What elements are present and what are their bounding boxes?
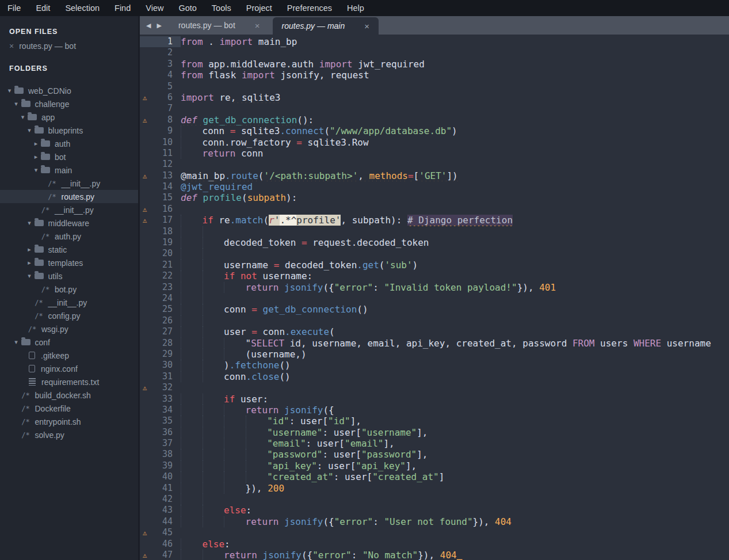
tree-item--gitkeep[interactable]: .gitkeep [0, 349, 138, 362]
menu-item-selection[interactable]: Selection [58, 0, 107, 16]
close-icon[interactable]: × [255, 21, 260, 31]
tree-item-routes-py[interactable]: /*routes.py [0, 190, 138, 203]
line-number[interactable]: 26 [140, 315, 181, 326]
chevron-down-icon[interactable]: ▾ [13, 338, 20, 346]
code-line[interactable]: 33if user: [140, 394, 729, 405]
code-line[interactable]: 9conn = sqlite3.connect("/www/app/databa… [140, 125, 729, 136]
line-number[interactable]: 5 [140, 81, 181, 92]
code-line[interactable]: ⚠8def get_db_connection(): [140, 115, 729, 125]
tab-nav-back-button[interactable]: ◀ [144, 22, 152, 29]
line-number[interactable]: 33 [140, 394, 181, 405]
line-number[interactable]: 31 [140, 371, 181, 382]
menu-item-view[interactable]: View [138, 0, 171, 16]
code-line[interactable]: 40"created_at": user["created_at"] [140, 471, 729, 482]
code-line[interactable]: 24 [140, 293, 729, 304]
tree-item-dockerfile[interactable]: /*Dockerfile [0, 402, 138, 415]
tab-routes-py-bot[interactable]: routes.py — bot× [169, 16, 269, 35]
code-line[interactable]: 29(username,) [140, 349, 729, 360]
tree-item-main[interactable]: ▾main [0, 163, 138, 177]
tree-item-bot[interactable]: ▸bot [0, 150, 138, 163]
tree-item-web-cdnio[interactable]: ▾web_CDNio [0, 84, 138, 97]
menu-item-file[interactable]: File [0, 0, 28, 16]
chevron-right-icon[interactable]: ▸ [32, 153, 40, 161]
code-line[interactable]: 12 [140, 159, 729, 170]
tree-item-bot-py[interactable]: /*bot.py [0, 283, 138, 296]
line-number[interactable]: 20 [140, 248, 181, 259]
line-number[interactable]: 30 [140, 360, 181, 371]
menu-item-preferences[interactable]: Preferences [280, 0, 339, 16]
menu-item-find[interactable]: Find [107, 0, 138, 16]
line-number[interactable]: ⚠13 [140, 170, 181, 181]
tree-item-conf[interactable]: ▾conf [0, 336, 138, 349]
code-line[interactable]: ⚠6import re, sqlite3 [140, 92, 729, 103]
code-line[interactable]: 41}), 200 [140, 483, 729, 494]
line-number[interactable]: 27 [140, 326, 181, 337]
code-line[interactable]: 3from app.middleware.auth import jwt_req… [140, 59, 729, 70]
tree-item-nginx-conf[interactable]: nginx.conf [0, 362, 138, 375]
line-number[interactable]: ⚠47 [140, 550, 181, 560]
tree-item-config-py[interactable]: /*config.py [0, 309, 138, 322]
line-number[interactable]: 43 [140, 505, 181, 516]
code-line[interactable]: 25conn = get_db_connection() [140, 304, 729, 315]
line-number[interactable]: ⚠16 [140, 204, 181, 215]
code-line[interactable]: 26 [140, 315, 729, 326]
code-line[interactable]: 42 [140, 494, 729, 505]
code-line[interactable]: 14@jwt_required [140, 181, 729, 192]
chevron-down-icon[interactable]: ▾ [19, 113, 26, 121]
line-number[interactable]: 7 [140, 103, 181, 114]
line-number[interactable]: 22 [140, 271, 181, 281]
line-number[interactable]: 39 [140, 460, 181, 471]
code-line[interactable]: 22if not username: [140, 271, 729, 281]
code-line[interactable]: 20 [140, 248, 729, 259]
line-number[interactable]: 4 [140, 70, 181, 81]
line-number[interactable]: 36 [140, 427, 181, 438]
menu-item-edit[interactable]: Edit [28, 0, 58, 16]
tree-item-build-docker-sh[interactable]: /*build_docker.sh [0, 388, 138, 402]
line-number[interactable]: 28 [140, 338, 181, 349]
code-line[interactable]: 2 [140, 47, 729, 58]
chevron-right-icon[interactable]: ▸ [26, 259, 33, 266]
code-line[interactable]: 4from flask import jsonify, request [140, 70, 729, 81]
line-number[interactable]: 46 [140, 539, 181, 550]
tree-item-middleware[interactable]: ▾middleware [0, 216, 138, 230]
line-number[interactable]: 38 [140, 449, 181, 460]
tree-item--init-py[interactable]: /*__init__.py [0, 296, 138, 309]
tree-item--init-py[interactable]: /*__init__.py [0, 177, 138, 190]
chevron-down-icon[interactable]: ▾ [13, 100, 20, 108]
line-number[interactable]: 34 [140, 405, 181, 416]
code-line[interactable]: ⚠47return jsonify({"error": "No match"})… [140, 550, 729, 560]
close-icon[interactable]: × [364, 21, 369, 31]
code-line[interactable]: ⚠17if re.match(r'.*^profile', subpath): … [140, 215, 729, 226]
tree-item-requirements-txt[interactable]: requirements.txt [0, 375, 138, 388]
code-line[interactable]: ⚠32 [140, 382, 729, 393]
tab-routes-py-main[interactable]: routes.py — main× [273, 17, 379, 35]
tree-item-blueprints[interactable]: ▾blueprints [0, 124, 138, 137]
code-line[interactable]: 18 [140, 226, 729, 237]
tree-item-auth[interactable]: ▸auth [0, 137, 138, 150]
line-number[interactable]: ⚠8 [140, 115, 181, 125]
menu-item-help[interactable]: Help [339, 0, 372, 16]
line-number[interactable]: 10 [140, 137, 181, 148]
line-number[interactable]: 23 [140, 282, 181, 293]
line-number[interactable]: 12 [140, 159, 181, 170]
chevron-down-icon[interactable]: ▾ [32, 166, 40, 174]
line-number[interactable]: 37 [140, 438, 181, 449]
code-line[interactable]: 44return jsonify({"error": "User not fou… [140, 516, 729, 527]
code-line[interactable]: 11return conn [140, 148, 729, 159]
chevron-down-icon[interactable]: ▾ [26, 127, 33, 134]
line-number[interactable]: ⚠32 [140, 382, 181, 393]
line-number[interactable]: 41 [140, 483, 181, 494]
line-number[interactable]: 25 [140, 304, 181, 315]
line-number[interactable]: 3 [140, 59, 181, 70]
code-line[interactable]: 19decoded_token = request.decoded_token [140, 237, 729, 248]
tree-item-static[interactable]: ▸static [0, 243, 138, 256]
code-line[interactable]: ⚠45 [140, 527, 729, 538]
code-line[interactable]: 31conn.close() [140, 371, 729, 382]
code-line[interactable]: 38"password": user["password"], [140, 449, 729, 460]
code-line[interactable]: 36"username": user["username"], [140, 427, 729, 438]
line-number[interactable]: 2 [140, 47, 181, 58]
code-line[interactable]: 23return jsonify({"error": "Invalid toke… [140, 282, 729, 293]
line-number[interactable]: 35 [140, 416, 181, 426]
tree-item--init-py[interactable]: /*__init__.py [0, 203, 138, 216]
line-number[interactable]: 15 [140, 192, 181, 203]
